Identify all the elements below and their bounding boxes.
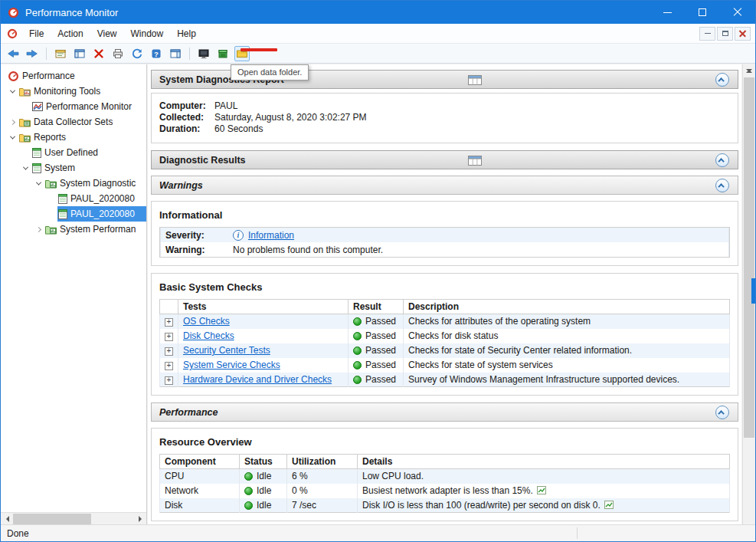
tree-item-performance[interactable]: Performance <box>1 68 146 84</box>
status-idle-icon <box>244 501 253 510</box>
export-list-button[interactable] <box>53 46 68 61</box>
expand-plus-icon[interactable] <box>165 333 173 341</box>
tree-item-system-performance[interactable]: System Performan <box>1 222 146 237</box>
forward-button[interactable] <box>25 46 40 61</box>
print-button[interactable] <box>110 46 126 61</box>
back-button[interactable] <box>5 46 21 61</box>
restore-icon <box>722 31 728 36</box>
tree-item-user-defined[interactable]: User Defined <box>1 145 146 160</box>
scroll-down-button[interactable] <box>743 64 755 77</box>
table-view-icon <box>468 156 482 168</box>
data-collector-button[interactable] <box>215 46 231 61</box>
test-link[interactable]: Hardware Device and Driver Checks <box>183 374 332 385</box>
console-tree-pane: Performance Monitoring Tools Performance… <box>1 64 147 524</box>
section-title: Diagnostic Results <box>159 155 246 166</box>
resource-overview-title: Resource Overview <box>159 436 730 448</box>
chevron-up-icon <box>718 158 724 164</box>
minimize-icon <box>663 12 672 13</box>
tree-item-system[interactable]: System <box>1 160 146 176</box>
table-header-row: Tests Result Description <box>160 300 730 314</box>
help-button[interactable]: ? <box>149 46 164 61</box>
section-header-performance: Performance <box>151 402 738 422</box>
performance-monitor-chart-icon <box>32 102 43 111</box>
expand-plus-icon[interactable] <box>165 318 173 327</box>
expand-plus-icon[interactable] <box>165 376 173 385</box>
help-icon: ? <box>150 48 162 60</box>
test-link[interactable]: OS Checks <box>183 316 230 327</box>
refresh-button[interactable] <box>129 46 145 61</box>
collapse-section-button[interactable] <box>715 73 729 87</box>
child-restore-button[interactable] <box>717 27 733 41</box>
test-link[interactable]: Disk Checks <box>183 330 234 341</box>
remote-screen-button[interactable] <box>196 46 211 61</box>
chevron-expanded-icon[interactable] <box>7 136 18 140</box>
chevron-expanded-icon[interactable] <box>7 90 18 94</box>
report-pane: System Diagnostics Report Computer:PAUL … <box>148 64 741 524</box>
toolbar: ? <box>1 44 755 64</box>
tree-item-system-diagnostics[interactable]: System Diagnostic <box>1 176 146 191</box>
tree-item-data-collector-sets[interactable]: Data Collector Sets <box>1 114 146 130</box>
menu-help[interactable]: Help <box>170 24 203 43</box>
test-link[interactable]: Security Center Tests <box>183 345 270 356</box>
basic-system-checks-title: Basic System Checks <box>159 281 730 293</box>
toolbar-separator <box>189 48 190 60</box>
chevron-collapsed-icon[interactable] <box>33 228 44 232</box>
duration-value: 60 Seconds <box>214 123 263 135</box>
scrollbar-thumb[interactable] <box>13 514 91 524</box>
tree-horizontal-scrollbar[interactable] <box>1 512 146 524</box>
table-row: Disk Idle 7 /sec Disk I/O is less than 1… <box>160 498 730 513</box>
minimize-button[interactable] <box>650 1 685 24</box>
warning-row: Warning: No problems found on this compu… <box>160 242 729 257</box>
menu-bar: File Action View Window Help <box>1 24 755 44</box>
warning-value: No problems found on this computer. <box>233 245 383 255</box>
collapse-section-button[interactable] <box>715 179 729 192</box>
tree-item-reports[interactable]: Reports <box>1 130 146 145</box>
chevron-up-icon <box>718 183 724 189</box>
basic-system-checks-box: Basic System Checks Tests Result Descrip… <box>151 273 738 396</box>
resource-detail-icon[interactable] <box>604 501 614 509</box>
remote-screen-icon <box>198 48 210 60</box>
close-button[interactable] <box>720 1 755 24</box>
menu-file[interactable]: File <box>22 24 51 43</box>
action-pane-button[interactable] <box>168 46 183 61</box>
chevron-expanded-icon[interactable] <box>33 182 44 186</box>
system-report-icon <box>32 163 41 173</box>
status-passed-icon <box>353 317 362 326</box>
child-close-button[interactable] <box>735 27 751 41</box>
close-icon <box>733 8 742 17</box>
resource-detail-icon[interactable] <box>537 486 546 494</box>
print-icon <box>112 48 124 60</box>
menu-window[interactable]: Window <box>124 24 171 43</box>
table-row: Network Idle 0 % Busiest network adapter… <box>160 484 730 498</box>
refresh-icon <box>131 48 143 60</box>
expand-plus-icon[interactable] <box>165 362 173 370</box>
close-icon <box>739 30 746 37</box>
toolbar-separator <box>46 48 47 60</box>
status-passed-icon <box>353 332 362 340</box>
expand-plus-icon[interactable] <box>165 347 173 356</box>
scroll-right-button[interactable] <box>134 513 146 524</box>
show-console-tree-button[interactable] <box>72 46 87 61</box>
table-row: OS Checks Passed Checks for attributes o… <box>160 314 730 329</box>
test-link[interactable]: System Service Checks <box>183 360 280 370</box>
tree-item-report-paul-1[interactable]: PAUL_2020080 <box>1 191 146 206</box>
menu-action[interactable]: Action <box>51 24 90 43</box>
reports-folder-icon <box>19 133 31 143</box>
scrollbar-thumb[interactable] <box>744 77 754 438</box>
scroll-left-button[interactable] <box>1 513 13 524</box>
menu-view[interactable]: View <box>90 24 124 43</box>
tree-item-report-paul-2-selected[interactable]: PAUL_2020080 <box>1 206 146 222</box>
tree-item-monitoring-tools[interactable]: Monitoring Tools <box>1 84 146 99</box>
collapse-section-button[interactable] <box>715 153 729 167</box>
chevron-collapsed-icon[interactable] <box>7 120 18 124</box>
maximize-button[interactable] <box>685 1 720 24</box>
tree-item-performance-monitor[interactable]: Performance Monitor <box>1 99 146 114</box>
delete-button[interactable] <box>91 46 106 61</box>
information-link[interactable]: Information <box>248 230 294 241</box>
collapse-section-button[interactable] <box>715 406 729 419</box>
information-icon <box>233 230 244 241</box>
maximize-icon <box>699 8 706 16</box>
chevron-expanded-icon[interactable] <box>20 166 31 170</box>
child-minimize-button[interactable] <box>699 27 715 41</box>
table-row: Security Center Tests Passed Checks for … <box>160 343 730 358</box>
